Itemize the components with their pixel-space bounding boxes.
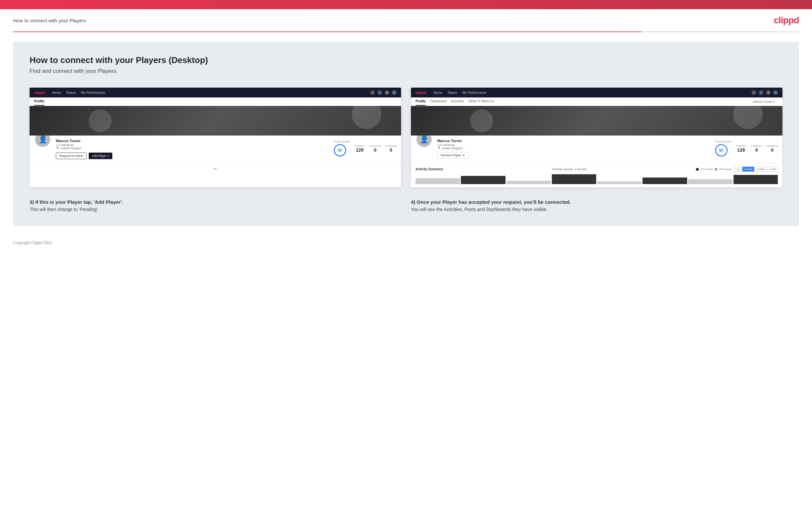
player-dropdown[interactable]: Marcus Turner ▾ <box>753 100 778 105</box>
activity-title: Activity Summary <box>415 167 443 171</box>
stat-followers-right: Followers 0 <box>751 145 762 153</box>
profile-banner-right <box>411 106 782 135</box>
add-player-button[interactable]: Add Player + <box>89 153 112 159</box>
step4-subtext: You will see the Activities, Posts and D… <box>411 206 782 213</box>
banner-deco-r1 <box>470 109 493 132</box>
player-name-left: Marcus Turner <box>56 139 329 143</box>
page-title: How to connect with your Players <box>13 18 86 23</box>
header-divider <box>13 32 799 32</box>
activity-summary: Activity Summary Monthly Activity · 6 Mo… <box>411 163 782 187</box>
player-quality-block-right: Player Quality 92 <box>715 140 731 157</box>
player-handicap-right: 1-5 Handicap <box>437 144 711 147</box>
activity-bar-chart <box>415 174 778 184</box>
screenshot-bottom-left: ✏ <box>30 164 401 174</box>
bar-1 <box>415 178 460 184</box>
main-subheading: Find and connect with your Players <box>30 68 782 74</box>
profile-buttons-left: Request to Follow Add Player + <box>56 153 329 159</box>
legend-offcourse <box>715 168 717 171</box>
globe-icon[interactable]: 🌐 <box>392 90 397 95</box>
screenshot-left: clippd Home Teams My Performance ⌕ 👤 ⚙ 🌐… <box>30 88 401 187</box>
legend-offcourse-label: Off course <box>719 168 731 171</box>
nav-teams-left[interactable]: Teams <box>66 91 75 95</box>
nav-myperformance-left[interactable]: My Performance <box>81 91 105 95</box>
player-handicap-left: 1-5 Handicap <box>56 144 329 147</box>
tab-what-to-work-on[interactable]: What To Work On <box>469 100 495 106</box>
time-1mth[interactable]: 1 mth <box>767 167 778 172</box>
quality-label-left: Player Quality <box>334 140 350 143</box>
bar-6 <box>643 177 687 184</box>
search-icon-right[interactable]: ⌕ <box>752 90 756 95</box>
user-icon[interactable]: 👤 <box>377 90 382 95</box>
remove-player-button[interactable]: Remove Player ✕ <box>437 152 469 159</box>
time-buttons: 1 yr 6 mths 3 mths 1 mth <box>733 167 778 172</box>
quality-circle-left: 92 <box>334 144 346 157</box>
tab-profile-right[interactable]: Profile <box>415 100 426 106</box>
time-3mths[interactable]: 3 mths <box>755 167 767 172</box>
nav-home-right[interactable]: Home <box>433 91 442 95</box>
tab-bar-left: Profile <box>30 98 401 106</box>
app-logo-left: clippd <box>34 91 45 95</box>
avatar-icon-left: 👤 <box>39 135 47 144</box>
user-icon-right[interactable]: 👤 <box>759 90 763 95</box>
activity-period: Monthly Activity · 6 Months <box>552 168 587 171</box>
globe-icon-right[interactable]: 🌐 <box>773 90 778 95</box>
description-step3: 3) If this is your Player tap, 'Add Play… <box>30 199 401 213</box>
screenshots-row: clippd Home Teams My Performance ⌕ 👤 ⚙ 🌐… <box>30 88 782 187</box>
stat-followers-left: Followers 0 <box>369 145 381 153</box>
nav-teams-right[interactable]: Teams <box>447 91 457 95</box>
app-nav-left: clippd Home Teams My Performance ⌕ 👤 ⚙ 🌐 <box>30 88 401 98</box>
profile-details-right: Marcus Turner 1-5 Handicap 📍 United King… <box>437 139 711 159</box>
tab-activities-right[interactable]: Activities <box>451 100 464 106</box>
profile-details-left: Marcus Turner 1-5 Handicap 📍 United King… <box>56 139 329 159</box>
header: How to connect with your Players clippd <box>0 9 812 32</box>
stat-following-right: Following 0 <box>767 145 778 153</box>
legend-oncourse <box>696 168 699 171</box>
clippd-logo: clippd <box>774 15 799 25</box>
time-1yr[interactable]: 1 yr <box>733 167 742 172</box>
quality-label-right: Player Quality <box>715 140 731 143</box>
main-content: How to connect with your Players (Deskto… <box>13 42 799 226</box>
banner-deco-r2 <box>733 106 763 129</box>
tab-dashboard-right[interactable]: Dashboard <box>430 100 446 106</box>
top-accent-bar <box>0 0 812 9</box>
time-6mths[interactable]: 6 mths <box>742 167 754 172</box>
settings-icon-right[interactable]: ⚙ <box>766 90 771 95</box>
tabs-left-right: Profile Dashboard Activities What To Wor… <box>415 100 494 106</box>
copyright-text: Copyright Clippd 2022 <box>13 240 52 245</box>
bar-3 <box>507 181 551 184</box>
location-icon: 📍 <box>56 147 59 150</box>
player-quality-block-left: Player Quality 92 <box>334 140 350 157</box>
request-follow-button[interactable]: Request to Follow <box>56 153 87 159</box>
step3-text: 3) If this is your Player tap, 'Add Play… <box>30 199 401 205</box>
quality-circle-right: 92 <box>715 144 727 157</box>
stat-following-left: Following 0 <box>385 145 397 153</box>
player-country-right: 📍 United Kingdom <box>437 147 711 150</box>
stats-area-right: Player Quality 92 Activities 129 Followe… <box>715 139 778 157</box>
screenshot-right: clippd Home Teams My Performance ⌕ 👤 ⚙ 🌐… <box>411 88 782 187</box>
pen-icon: ✏ <box>213 166 217 172</box>
nav-icons-right: ⌕ 👤 ⚙ 🌐 <box>752 90 778 95</box>
app-logo-right: clippd <box>415 91 426 95</box>
step4-text: 4) Once your Player has accepted your re… <box>411 199 782 205</box>
bar-5 <box>597 181 642 184</box>
player-name-right: Marcus Turner <box>437 139 711 143</box>
activity-controls: On course Off course 1 yr 6 mths 3 mths … <box>696 167 778 172</box>
bar-7 <box>688 179 732 184</box>
profile-info-left: 👤 Marcus Turner 1-5 Handicap 📍 United Ki… <box>30 135 401 164</box>
location-icon-right: 📍 <box>437 147 441 150</box>
profile-info-right: 👤 Marcus Turner 1-5 Handicap 📍 United Ki… <box>411 135 782 163</box>
stat-activities-right: Activities 129 <box>736 145 746 153</box>
bar-2 <box>461 176 505 184</box>
stat-activities-left: Activities 129 <box>354 145 365 153</box>
nav-myperformance-right[interactable]: My Performance <box>462 91 487 95</box>
stats-area-left: Player Quality 92 Activities 129 Followe… <box>334 139 397 157</box>
footer: Copyright Clippd 2022 <box>0 236 812 250</box>
activity-header: Activity Summary Monthly Activity · 6 Mo… <box>415 167 778 172</box>
search-icon[interactable]: ⌕ <box>370 90 375 95</box>
settings-icon[interactable]: ⚙ <box>385 90 389 95</box>
tab-profile-left[interactable]: Profile <box>34 100 44 106</box>
banner-deco-2 <box>352 106 382 129</box>
nav-home-left[interactable]: Home <box>52 91 61 95</box>
main-heading: How to connect with your Players (Deskto… <box>30 55 782 65</box>
step3-subtext: This will then change to 'Pending'. <box>30 206 401 213</box>
